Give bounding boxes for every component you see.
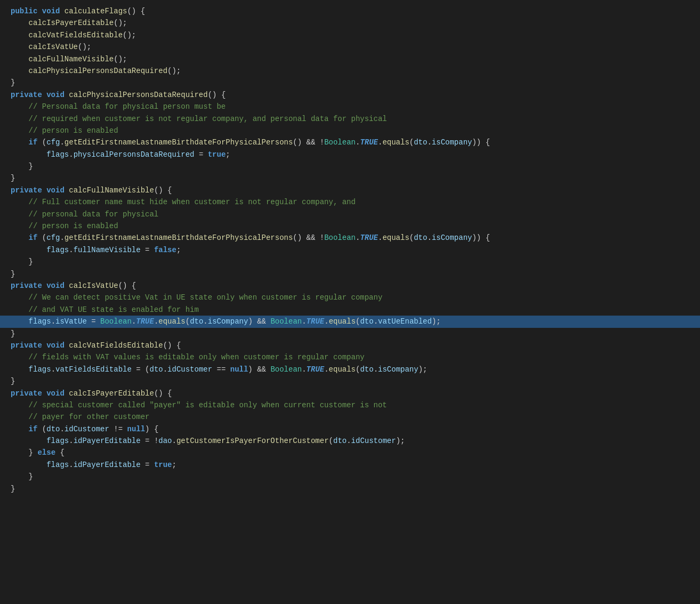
code-line-highlighted: flags.isVatUe = Boolean.TRUE.equals(dto.…: [0, 316, 700, 327]
code-line: flags.physicalPersonsDataRequired = true…: [0, 149, 700, 160]
code-line: calcFullNameVisible();: [0, 53, 700, 65]
code-line: // person is enabled: [0, 220, 700, 232]
code-line: // payer for other customer: [0, 411, 700, 423]
code-line: calcIsVatUe();: [0, 41, 700, 53]
code-line: }: [0, 172, 700, 184]
code-line: } else {: [0, 447, 700, 458]
code-line: }: [0, 77, 700, 88]
code-line: private void calcPhysicalPersonsDataRequ…: [0, 89, 700, 101]
code-line: }: [0, 160, 700, 172]
code-line: flags.idPayerEditable = true;: [0, 459, 700, 471]
code-line: if (cfg.getEditFirstnameLastnameBirthdat…: [0, 232, 700, 244]
code-line: private void calcIsPayerEditable() {: [0, 388, 700, 399]
code-line: // We can detect positive Vat in UE stat…: [0, 292, 700, 303]
code-line: // and VAT UE state is enabled for him: [0, 304, 700, 316]
code-line: public void calculateFlags() {: [0, 5, 700, 17]
code-line: // person is enabled: [0, 125, 700, 136]
code-line: // required when customer is not regular…: [0, 113, 700, 125]
code-line: if (cfg.getEditFirstnameLastnameBirthdat…: [0, 136, 700, 148]
code-line: }: [0, 471, 700, 482]
code-line: calcIsPayerEditable();: [0, 17, 700, 29]
code-line: if (dto.idCustomer != null) {: [0, 423, 700, 435]
code-line: }: [0, 256, 700, 268]
code-line: // personal data for physical: [0, 208, 700, 220]
code-line: }: [0, 375, 700, 387]
code-line: // special customer called "payer" is ed…: [0, 399, 700, 411]
code-line: calcPhysicalPersonsDataRequired();: [0, 65, 700, 77]
code-line: flags.fullNameVisible = false;: [0, 244, 700, 256]
code-line: }: [0, 268, 700, 280]
code-line: }: [0, 483, 700, 495]
code-line: private void calcIsVatUe() {: [0, 280, 700, 292]
code-line: flags.idPayerEditable = !dao.getCustomer…: [0, 435, 700, 447]
code-line: private void calcVatFieldsEditable() {: [0, 340, 700, 351]
code-line: // Full customer name must hide when cus…: [0, 196, 700, 208]
code-line: // fields with VAT values is editable on…: [0, 351, 700, 363]
code-line: calcVatFieldsEditable();: [0, 29, 700, 41]
code-line: private void calcFullNameVisible() {: [0, 184, 700, 196]
code-line: }: [0, 328, 700, 340]
code-line: // Personal data for physical person mus…: [0, 101, 700, 112]
code-editor: public void calculateFlags() { calcIsPay…: [0, 0, 700, 604]
code-line: flags.vatFieldsEditable = (dto.idCustome…: [0, 364, 700, 375]
